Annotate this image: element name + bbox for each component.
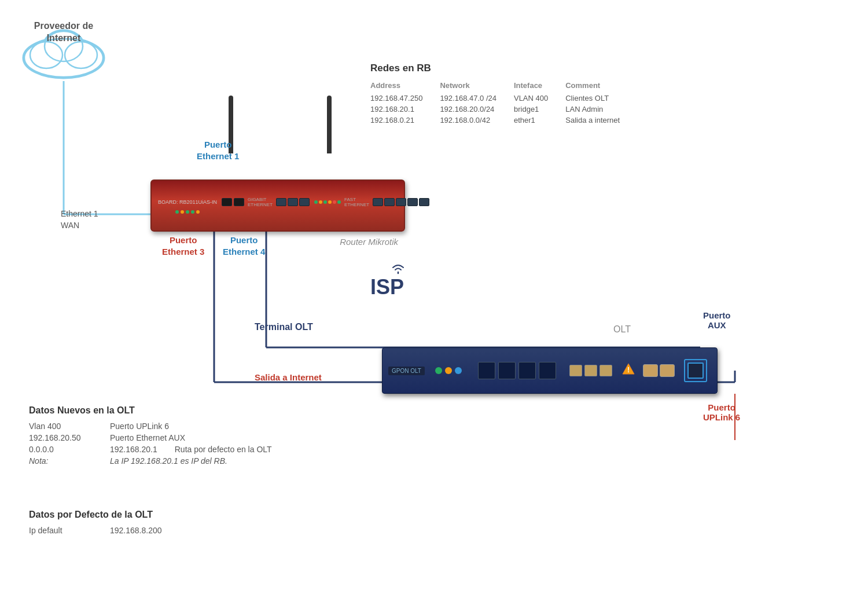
redes-cell-comment: Clientes OLT bbox=[565, 93, 637, 104]
datos-nuevos-row: Nota: La IP 192.168.20.1 es IP del RB. bbox=[29, 456, 272, 466]
sfp-port-4 bbox=[539, 362, 556, 379]
datos-extra: Ruta por defecto en la OLT bbox=[175, 445, 272, 454]
datos-nuevos-row: Vlan 400 Puerto UPLink 6 bbox=[29, 422, 272, 431]
datos-value: Puerto Ethernet AUX bbox=[110, 433, 185, 442]
redes-title: Redes en RB bbox=[370, 63, 637, 74]
terminal-olt-label: Terminal OLT bbox=[255, 322, 313, 332]
col-comment: Comment bbox=[565, 81, 637, 93]
puerto-aux-label: Puerto AUX bbox=[703, 310, 731, 330]
redes-cell-network: 192.168.47.0 /24 bbox=[440, 93, 514, 104]
sfp-port-2 bbox=[498, 362, 516, 379]
redes-cell-comment: LAN Admin bbox=[565, 104, 637, 115]
datos-nuevos-row: 0.0.0.0 192.168.20.1 Ruta por defecto en… bbox=[29, 445, 272, 454]
olt-device-label: GPON OLT bbox=[388, 367, 425, 375]
olt-device: GPON OLT ! bbox=[382, 347, 718, 394]
svg-text:!: ! bbox=[627, 366, 630, 374]
router-mikrotik: BOARD: RB2011UiAS-IN GIGABIT ETHERNET bbox=[150, 180, 405, 232]
eth-port-3 bbox=[599, 365, 612, 376]
redes-table: Address Network Inteface Comment 192.168… bbox=[370, 81, 637, 126]
datos-key: Vlan 400 bbox=[29, 422, 98, 431]
datos-value: La IP 192.168.20.1 es IP del RB. bbox=[110, 456, 227, 466]
col-interface: Inteface bbox=[514, 81, 565, 93]
redes-cell-address: 192.168.0.21 bbox=[370, 115, 440, 126]
datos-defecto-row: Ip default 192.168.8.200 bbox=[29, 526, 162, 535]
redes-cell-interface: ether1 bbox=[514, 115, 565, 126]
datos-key: 0.0.0.0 bbox=[29, 445, 98, 454]
port-eth1-label: Puerto Ethernet 1 bbox=[197, 139, 239, 162]
datos-value: Puerto UPLink 6 bbox=[110, 422, 169, 431]
redes-cell-network: 192.168.0.0/42 bbox=[440, 115, 514, 126]
eth1-wan-label: Ethernet 1 WAN bbox=[61, 208, 98, 231]
col-address: Address bbox=[370, 81, 440, 93]
redes-cell-address: 192.168.47.250 bbox=[370, 93, 440, 104]
datos-value: 192.168.20.1 bbox=[110, 445, 157, 454]
salida-internet-label: Salida a Internet bbox=[255, 372, 322, 382]
datos-nuevos-section: Datos Nuevos en la OLT Vlan 400 Puerto U… bbox=[29, 405, 272, 468]
datos-nuevos-title: Datos Nuevos en la OLT bbox=[29, 405, 272, 416]
isp-label: ISP bbox=[370, 275, 404, 299]
col-network: Network bbox=[440, 81, 514, 93]
cloud-label: Proveedor de Internet bbox=[20, 20, 107, 45]
redes-cell-comment: Salida a internet bbox=[565, 115, 637, 126]
datos-key: Nota: bbox=[29, 456, 98, 466]
puerto-uplink-label: Puerto UPLink 6 bbox=[703, 402, 740, 422]
datos-key: 192.168.20.50 bbox=[29, 433, 98, 442]
datos-nuevos-row: 192.168.20.50 Puerto Ethernet AUX bbox=[29, 433, 272, 442]
aux-port-1 bbox=[643, 364, 658, 377]
datos-defecto-section: Datos por Defecto de la OLT Ip default 1… bbox=[29, 510, 162, 537]
sfp-port-3 bbox=[518, 362, 536, 379]
router-label: Router Mikrotik bbox=[340, 237, 398, 247]
datos-defecto-key: Ip default bbox=[29, 526, 98, 535]
olt-text-label: OLT bbox=[613, 324, 631, 335]
aux-port-2 bbox=[660, 364, 675, 377]
eth-port-2 bbox=[584, 365, 597, 376]
datos-defecto-title: Datos por Defecto de la OLT bbox=[29, 510, 162, 520]
redes-cell-interface: VLAN 400 bbox=[514, 93, 565, 104]
redes-cell-network: 192.168.20.0/24 bbox=[440, 104, 514, 115]
port-eth4-label: Puerto Ethernet 4 bbox=[223, 235, 265, 257]
redes-cell-interface: bridge1 bbox=[514, 104, 565, 115]
datos-defecto-value: 192.168.8.200 bbox=[110, 526, 162, 535]
eth-port-1 bbox=[569, 365, 582, 376]
antenna-right bbox=[327, 96, 332, 153]
sfp-port-1 bbox=[478, 362, 495, 379]
diagram-container: Proveedor de Internet Ethernet 1 WAN BOA… bbox=[0, 0, 868, 597]
redes-cell-address: 192.168.20.1 bbox=[370, 104, 440, 115]
port-eth3-label: Puerto Ethernet 3 bbox=[162, 235, 204, 257]
uplink-port bbox=[687, 362, 704, 379]
redes-section: Redes en RB Address Network Inteface Com… bbox=[370, 63, 637, 126]
